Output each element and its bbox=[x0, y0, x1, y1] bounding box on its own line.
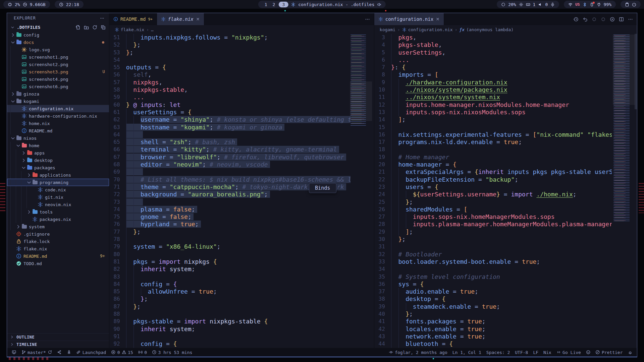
statusbar-rocket[interactable] bbox=[67, 350, 71, 355]
minimap-slider[interactable] bbox=[350, 81, 372, 121]
statusbar-language-mode[interactable]: Nix bbox=[543, 350, 551, 355]
tree-item-config[interactable]: config bbox=[7, 31, 109, 39]
tree-item-programming[interactable]: programming bbox=[7, 179, 109, 186]
code-line-85: 85 allowUnfree = true; bbox=[109, 288, 351, 295]
more-actions-icon[interactable] bbox=[100, 16, 104, 20]
tree-item-readme.md[interactable]: README.md bbox=[7, 127, 109, 134]
run-file-icon[interactable] bbox=[610, 17, 615, 22]
breadcrumbs-left[interactable]: flake.nix›… bbox=[109, 25, 374, 34]
tab-configuration.nix[interactable]: configuration.nix bbox=[374, 13, 444, 25]
outline-section[interactable]: OUTLINE bbox=[7, 333, 109, 341]
discard-icon[interactable] bbox=[583, 17, 588, 22]
statusbar-remote-window[interactable] bbox=[12, 350, 16, 355]
breadcrumb-item[interactable]: flake.nix bbox=[115, 27, 144, 32]
statusbar-notifications[interactable] bbox=[628, 350, 633, 355]
connectivity-widget[interactable]: US 99% bbox=[564, 1, 616, 8]
prev-change-icon[interactable] bbox=[592, 17, 597, 22]
statusbar-time-tracker[interactable]: 3 hrs 53 mins bbox=[152, 350, 192, 355]
tree-item-todo.md[interactable]: TODO.md bbox=[7, 260, 109, 267]
minimap[interactable] bbox=[351, 35, 371, 126]
breadcrumb-item[interactable]: ƒx(anonymous lambda) bbox=[460, 27, 514, 32]
next-change-icon[interactable] bbox=[601, 17, 606, 22]
statusbar-go-live[interactable]: Go Live bbox=[556, 350, 581, 355]
workspace-button-2[interactable]: 2 bbox=[271, 2, 277, 7]
tree-item-neovim.nix[interactable]: neovim.nix bbox=[7, 201, 109, 208]
mute-icon[interactable] bbox=[377, 2, 381, 7]
tree-item-home[interactable]: home bbox=[7, 142, 109, 149]
clock-icon bbox=[152, 350, 157, 355]
tree-item-applications[interactable]: applications bbox=[7, 171, 109, 179]
tree-item-home.nix[interactable]: home.nix bbox=[7, 120, 109, 127]
tree-item-packages[interactable]: packages bbox=[7, 164, 109, 171]
statusbar-eol[interactable]: LF bbox=[533, 350, 538, 355]
tree-item-readme.md[interactable]: README.md9+ bbox=[7, 252, 109, 260]
statusbar-blame[interactable]: foglar, 2 months ago bbox=[389, 350, 447, 355]
tree-item-code.nix[interactable]: code.nix bbox=[7, 186, 109, 193]
power-widget[interactable] bbox=[621, 1, 641, 8]
tree-item-system[interactable]: system bbox=[7, 223, 109, 230]
close-tab-icon[interactable] bbox=[436, 17, 440, 21]
tree-item-kogami[interactable]: kogami bbox=[7, 98, 109, 105]
tree-item-hardware-configuration.nix[interactable]: hardware-configuration.nix bbox=[7, 112, 109, 120]
tree-item-docs[interactable]: docs bbox=[7, 39, 109, 46]
tree-item-logo.svg[interactable]: logo.svg bbox=[7, 46, 109, 53]
tree-item-apps[interactable]: apps bbox=[7, 149, 109, 157]
scrollbar[interactable] bbox=[635, 34, 637, 109]
workspace-root-row[interactable]: .DOTFILES bbox=[7, 23, 109, 31]
tree-item-screenshot4.png[interactable]: screenshot4.png bbox=[7, 75, 109, 83]
tree-item-screenshot2.png[interactable]: screenshot2.png bbox=[7, 61, 109, 68]
statusbar-emoji[interactable] bbox=[586, 350, 591, 355]
workspace-button-3[interactable]: 3 bbox=[278, 2, 288, 7]
minimap-slider[interactable] bbox=[613, 35, 635, 105]
tree-item-flake.nix[interactable]: flake.nix bbox=[7, 245, 109, 252]
code-area[interactable]: 3 pkgs,4 pkgs-stable,5 userSettings,6 ..… bbox=[374, 34, 612, 348]
tree-item-flake.lock[interactable]: flake.lock bbox=[7, 238, 109, 245]
statusbar-indentation[interactable]: Spaces: 2 bbox=[486, 350, 510, 355]
tree-item-tools[interactable]: tools bbox=[7, 208, 109, 216]
timeline-section[interactable]: TIMELINE bbox=[7, 341, 109, 348]
code-line-68: 68 editor = "neovim"; # neovim, vscode bbox=[109, 161, 351, 168]
breadcrumb-item[interactable]: … bbox=[151, 27, 154, 32]
tree-item-screenshot1.png[interactable]: screenshot1.png bbox=[7, 53, 109, 61]
minimap[interactable] bbox=[613, 35, 634, 222]
tree-item-git.nix[interactable]: git.nix bbox=[7, 193, 109, 201]
close-tab-icon[interactable] bbox=[196, 17, 200, 21]
statusbar-problems[interactable]: 015 bbox=[111, 350, 133, 355]
statusbar-prettier[interactable]: Prettier bbox=[595, 350, 623, 355]
statusbar-encoding[interactable]: UTF-8 bbox=[515, 350, 528, 355]
tree-item-screenshot3.png[interactable]: screenshot3.pngU bbox=[7, 68, 109, 75]
more-actions-icon[interactable] bbox=[365, 17, 370, 22]
collapse-folders-icon[interactable] bbox=[101, 25, 106, 30]
tree-item-nixos[interactable]: nixos bbox=[7, 134, 109, 142]
system-stats-widget[interactable]: 2% 9.66GB bbox=[3, 1, 50, 8]
tree-item-desktop[interactable]: desktop bbox=[7, 157, 109, 164]
line-number: 82 bbox=[109, 265, 126, 273]
tab-flake.nix[interactable]: flake.nix bbox=[157, 13, 204, 25]
tree-item-ginoza[interactable]: ginoza bbox=[7, 90, 109, 98]
statusbar-launchpad[interactable]: Launchpad bbox=[76, 350, 106, 355]
clock-widget[interactable]: 22:18 bbox=[55, 1, 84, 8]
tree-item-configuration.nix[interactable]: configuration.nix bbox=[7, 105, 109, 112]
statusbar-git-branch[interactable]: master* bbox=[21, 350, 52, 355]
editor-configuration-nix[interactable]: 3 pkgs,4 pkgs-stable,5 userSettings,6 ..… bbox=[374, 34, 637, 348]
refresh-explorer-icon[interactable] bbox=[92, 25, 97, 30]
statusbar-ports[interactable]: 0 bbox=[138, 350, 147, 355]
timeline-icon[interactable] bbox=[574, 17, 579, 22]
tree-item-packages.nix[interactable]: packages.nix bbox=[7, 216, 109, 223]
new-folder-icon[interactable] bbox=[84, 25, 89, 30]
breadcrumb-item[interactable]: configuration.nix bbox=[402, 27, 453, 32]
split-editor-icon[interactable] bbox=[619, 17, 624, 22]
desktop-screen: 2% 9.66GB 22:18 123 configuration.nix - … bbox=[0, 0, 644, 362]
new-file-icon[interactable] bbox=[75, 25, 80, 30]
statusbar-git-graph[interactable] bbox=[57, 350, 62, 355]
statusbar-cursor-position[interactable]: Ln 1, Col 1 bbox=[452, 350, 481, 355]
workspace-button-1[interactable]: 1 bbox=[263, 2, 269, 7]
tree-item-screenshot6.png[interactable]: screenshot6.png bbox=[7, 83, 109, 90]
brightness-volume-widget[interactable]: 20% 1 0 bbox=[497, 1, 559, 8]
tab-readme.md[interactable]: README.md9+ bbox=[109, 13, 157, 25]
more-actions-icon[interactable] bbox=[628, 17, 633, 22]
tree-item-.gitignore[interactable]: .gitignore bbox=[7, 230, 109, 238]
editor-flake-nix[interactable]: 51 inputs.nixpkgs.follows = "nixpkgs";52… bbox=[109, 34, 374, 348]
breadcrumbs-right[interactable]: kogami›configuration.nix›ƒx(anonymous la… bbox=[374, 25, 637, 34]
breadcrumb-item[interactable]: kogami bbox=[380, 27, 395, 32]
